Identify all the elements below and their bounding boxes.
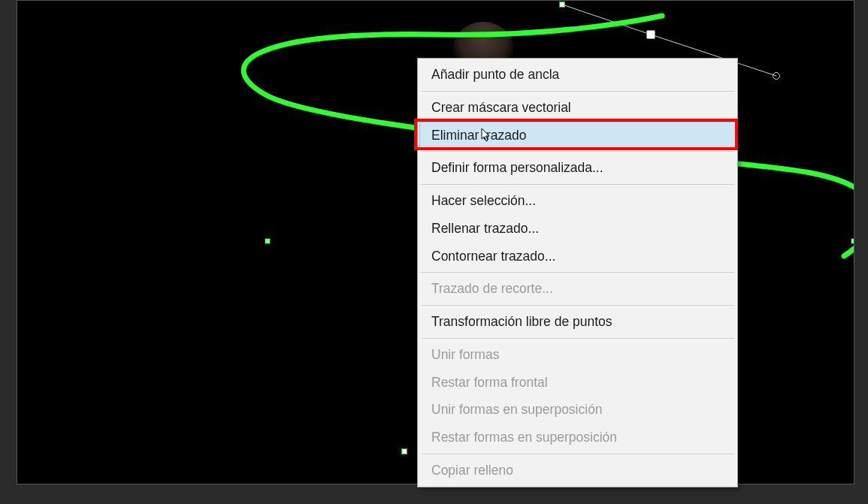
menu-item-label: Unir formas <box>431 347 499 362</box>
menu-item: Trazado de recorte... <box>419 275 736 303</box>
menu-item: Restar forma frontal <box>419 369 736 397</box>
menu-separator <box>421 305 734 306</box>
menu-item-label: Crear máscara vectorial <box>431 100 571 115</box>
anchor-point[interactable] <box>401 448 407 454</box>
anchor-point[interactable] <box>851 238 854 244</box>
menu-separator <box>421 91 734 92</box>
path-context-menu[interactable]: Añadir punto de anclaCrear máscara vecto… <box>417 58 738 487</box>
menu-item-label: Copiar relleno <box>431 463 513 478</box>
menu-item-label: Hacer selección... <box>431 193 536 208</box>
menu-item[interactable]: Contornear trazado... <box>419 243 736 270</box>
menu-item[interactable]: Definir forma personalizada... <box>419 154 736 182</box>
menu-item: Unir formas en superposición <box>419 396 736 424</box>
menu-item-label: Restar forma frontal <box>431 375 548 390</box>
menu-separator <box>421 454 734 454</box>
menu-item[interactable]: Hacer selección... <box>419 187 736 215</box>
menu-item[interactable]: Eliminar trazado <box>419 122 736 149</box>
menu-item[interactable]: Rellenar trazado... <box>419 215 736 243</box>
direction-handle[interactable] <box>773 72 780 80</box>
anchor-point[interactable] <box>559 2 565 8</box>
menu-separator <box>421 184 734 185</box>
menu-item: Restar formas en superposición <box>419 424 736 451</box>
menu-item-label: Transformación libre de puntos <box>431 314 612 329</box>
anchor-point[interactable] <box>265 238 271 244</box>
menu-item: Unir formas <box>419 341 736 369</box>
menu-item[interactable]: Añadir punto de ancla <box>419 61 736 89</box>
menu-item: Copiar relleno <box>419 457 736 484</box>
menu-separator <box>421 151 734 152</box>
menu-item-label: Restar formas en superposición <box>431 430 617 445</box>
menu-item-label: Contornear trazado... <box>431 249 555 264</box>
menu-item[interactable]: Transformación libre de puntos <box>419 308 736 336</box>
menu-item-label: Añadir punto de ancla <box>431 67 559 82</box>
menu-item-label: Definir forma personalizada... <box>431 160 603 175</box>
path-end-handle[interactable] <box>646 30 655 39</box>
menu-item-label: Unir formas en superposición <box>431 402 603 417</box>
menu-separator <box>421 272 734 273</box>
menu-item-label: Rellenar trazado... <box>431 221 539 236</box>
menu-item-label: Eliminar trazado <box>431 128 526 143</box>
menu-separator <box>421 338 734 339</box>
menu-item-label: Trazado de recorte... <box>431 281 553 296</box>
menu-item[interactable]: Crear máscara vectorial <box>419 94 736 122</box>
